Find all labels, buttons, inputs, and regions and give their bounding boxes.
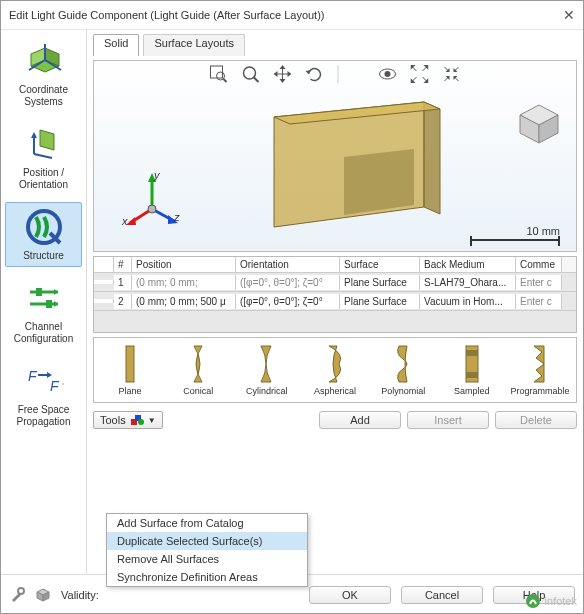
cylindrical-icon [257,344,277,384]
cell-back-medium[interactable]: S-LAH79_Ohara... [420,275,516,290]
svg-line-36 [413,67,417,71]
collapse-icon[interactable] [443,65,461,83]
view-mode-icon[interactable] [379,65,397,83]
tools-menu: Add Surface from Catalog Duplicate Selec… [106,513,308,587]
shape-programmable[interactable]: Programmable [508,344,572,396]
cell-surface[interactable]: Plane Surface [340,275,420,290]
row-selector[interactable] [94,280,114,284]
svg-line-24 [224,79,227,82]
watermark: infotek [525,593,577,609]
surface-shape-palette: Plane Conical Cylindrical Aspherical Pol… [93,337,577,403]
cell-comment[interactable]: Enter c [516,275,562,290]
svg-rect-69 [466,372,478,378]
sidebar-item-label: Channel Configuration [8,321,79,345]
window-title: Edit Light Guide Component (Light Guide … [9,9,563,21]
menu-item-remove-all-surfaces[interactable]: Remove All Surfaces [107,550,307,568]
shape-label: Aspherical [314,386,356,396]
surfaces-table: # Position Orientation Surface Back Medi… [93,256,577,333]
svg-point-65 [148,205,156,213]
sidebar-item-label: Structure [23,250,64,262]
col-orientation[interactable]: Orientation [236,257,340,272]
programmable-icon [530,344,550,384]
cell-index: 1 [114,275,132,290]
col-position[interactable]: Position [132,257,236,272]
menu-item-duplicate-selected-surfaces[interactable]: Duplicate Selected Surface(s) [107,532,307,550]
rotate-icon[interactable] [306,65,324,83]
ok-button[interactable]: OK [309,586,391,604]
cell-position[interactable]: (0 mm; 0 mm; 500 μ [132,294,236,309]
col-surface[interactable]: Surface [340,257,420,272]
row-selector-header [94,257,114,272]
dropdown-caret-icon: ▼ [148,416,156,425]
scale-label: 10 mm [526,225,560,237]
shape-label: Sampled [454,386,490,396]
tab-surface-layouts[interactable]: Surface Layouts [143,34,245,56]
sidebar-item-channel-configuration[interactable]: Channel Configuration [5,273,82,350]
polynomial-icon [393,344,413,384]
cell-orientation[interactable]: ([φ=0°, θ=0°]; ζ=0° [236,294,340,309]
svg-line-26 [254,77,259,82]
svg-marker-29 [280,65,286,69]
delete-button[interactable]: Delete [495,411,577,429]
tool-icon[interactable] [9,587,25,603]
svg-line-38 [413,77,417,81]
svg-point-35 [385,71,391,77]
svg-line-9 [34,154,52,158]
navigation-cube[interactable] [516,101,562,147]
tools-dropdown-button[interactable]: Tools ▼ [93,411,163,429]
zoom-window-icon[interactable] [210,65,228,83]
sidebar-item-position-orientation[interactable]: Position / Orientation [5,119,82,196]
col-comment[interactable]: Comme [516,257,562,272]
svg-marker-33 [306,70,312,74]
sidebar-item-free-space-propagation[interactable]: FF⁻¹ Free Space Propagation [5,356,82,433]
cell-comment[interactable]: Enter c [516,294,562,309]
cell-position[interactable]: (0 mm; 0 mm; [132,275,236,290]
cell-orientation[interactable]: ([φ=0°, θ=0°]; ζ=0° [236,275,340,290]
svg-point-72 [138,419,144,425]
add-button[interactable]: Add [319,411,401,429]
cell-back-medium[interactable]: Vacuum in Hom... [420,294,516,309]
zoom-icon[interactable] [242,65,260,83]
cancel-button[interactable]: Cancel [401,586,483,604]
insert-button[interactable]: Insert [407,411,489,429]
row-selector[interactable] [94,299,114,303]
axis-z-label: z [174,211,180,223]
axes-triad: y x z [124,171,184,231]
shape-aspherical[interactable]: Aspherical [303,344,367,396]
menu-item-add-surface-from-catalog[interactable]: Add Surface from Catalog [107,514,307,532]
svg-marker-16 [54,289,58,295]
col-index[interactable]: # [114,257,132,272]
menu-item-synchronize-definition-areas[interactable]: Synchronize Definition Areas [107,568,307,586]
svg-marker-58 [344,149,414,215]
close-icon[interactable]: ✕ [563,7,575,23]
viewport-3d[interactable]: y x z 10 mm [93,60,577,252]
sidebar-item-coordinate-systems[interactable]: Coordinate Systems [5,36,82,113]
position-orientation-icon [24,124,64,164]
sidebar-item-structure[interactable]: Structure [5,202,82,267]
scale-bar: 10 mm [470,225,560,241]
table-row[interactable]: 1 (0 mm; 0 mm; ([φ=0°, θ=0°]; ζ=0° Plane… [94,273,576,292]
axis-x-label: x [122,215,128,227]
channel-configuration-icon [24,278,64,318]
coordinate-systems-icon [24,41,64,81]
tab-solid[interactable]: Solid [93,34,139,56]
cell-surface[interactable]: Plane Surface [340,294,420,309]
fullscreen-icon[interactable] [411,65,429,83]
pan-icon[interactable] [274,65,292,83]
shape-conical[interactable]: Conical [166,344,230,396]
sidebar: Coordinate Systems Position / Orientatio… [1,30,87,574]
shape-sampled[interactable]: Sampled [440,344,504,396]
shape-cylindrical[interactable]: Cylindrical [235,344,299,396]
col-back-medium[interactable]: Back Medium [420,257,516,272]
title-bar: Edit Light Guide Component (Light Guide … [1,1,583,30]
svg-text:F: F [28,368,38,384]
svg-line-39 [423,77,427,81]
shape-polynomial[interactable]: Polynomial [371,344,435,396]
cube-icon[interactable] [35,587,51,603]
model-object [254,97,454,249]
sampled-icon [462,344,482,384]
shape-plane[interactable]: Plane [98,344,162,396]
viewport-toolbar [210,65,461,83]
table-row[interactable]: 2 (0 mm; 0 mm; 500 μ ([φ=0°, θ=0°]; ζ=0°… [94,292,576,311]
plane-icon [120,344,140,384]
